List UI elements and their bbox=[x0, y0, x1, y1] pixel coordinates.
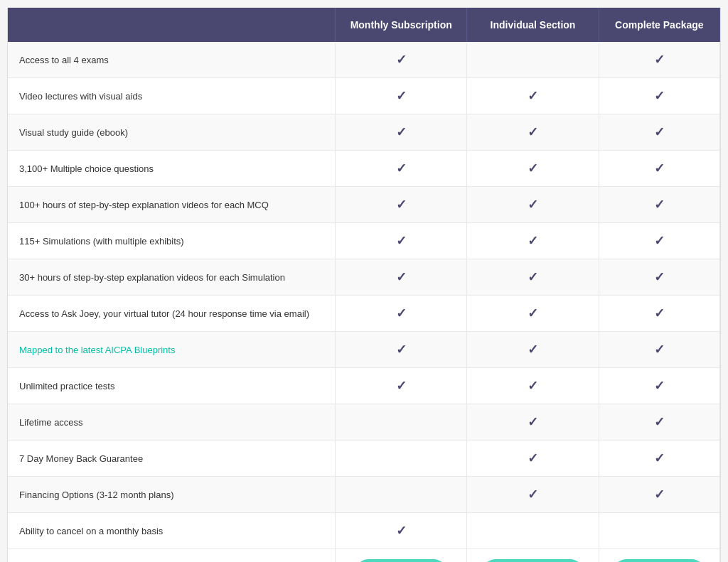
checkmark-icon: ✓ bbox=[396, 89, 407, 103]
individual-check: ✓ bbox=[467, 187, 599, 223]
monthly-buy-button[interactable]: BUY NOW bbox=[355, 559, 447, 562]
monthly-check: ✓ bbox=[336, 296, 467, 332]
complete-check bbox=[599, 513, 719, 549]
table-row: 30+ hours of step-by-step explanation vi… bbox=[8, 259, 720, 296]
complete-check: ✓ bbox=[599, 223, 719, 259]
checkmark-icon: ✓ bbox=[528, 89, 538, 103]
header-monthly-col: Monthly Subscription bbox=[336, 8, 467, 42]
header-row: Monthly Subscription Individual Section … bbox=[8, 8, 720, 42]
table-row: Mapped to the latest AICPA Blueprints✓✓✓ bbox=[8, 332, 720, 368]
feature-label: Lifetime access bbox=[8, 404, 336, 441]
checkmark-icon: ✓ bbox=[528, 415, 538, 429]
checkmark-icon: ✓ bbox=[528, 379, 538, 393]
feature-label: Visual study guide (ebook) bbox=[8, 114, 336, 151]
checkmark-icon: ✓ bbox=[396, 198, 407, 212]
monthly-check: ✓ bbox=[336, 42, 467, 78]
checkmark-icon: ✓ bbox=[654, 270, 665, 284]
complete-check: ✓ bbox=[599, 114, 719, 151]
feature-label: Mapped to the latest AICPA Blueprints bbox=[8, 332, 336, 368]
checkmark-icon: ✓ bbox=[396, 234, 407, 248]
feature-label: Financing Options (3-12 month plans) bbox=[8, 477, 336, 513]
feature-label: Access to Ask Joey, your virtual tutor (… bbox=[8, 296, 336, 332]
checkmark-icon: ✓ bbox=[528, 306, 538, 320]
comparison-table: Monthly Subscription Individual Section … bbox=[8, 8, 720, 562]
complete-check: ✓ bbox=[599, 404, 719, 441]
individual-check bbox=[467, 42, 599, 78]
individual-check: ✓ bbox=[467, 404, 599, 441]
monthly-check bbox=[336, 404, 467, 441]
complete-check: ✓ bbox=[599, 42, 719, 78]
individual-check: ✓ bbox=[467, 368, 599, 404]
comparison-table-wrapper: Monthly Subscription Individual Section … bbox=[7, 7, 721, 562]
table-row: Ability to cancel on a monthly basis✓ bbox=[8, 513, 720, 549]
individual-check: ✓ bbox=[467, 78, 599, 114]
checkmark-icon: ✓ bbox=[654, 125, 665, 139]
monthly-check: ✓ bbox=[336, 114, 467, 151]
footer-row: BUY NOWSELECT EXAMBUY NOW bbox=[8, 549, 720, 563]
feature-label: Ability to cancel on a monthly basis bbox=[8, 513, 336, 549]
checkmark-icon: ✓ bbox=[528, 342, 538, 357]
header-complete-col: Complete Package bbox=[599, 8, 719, 42]
checkmark-icon: ✓ bbox=[654, 415, 665, 429]
footer-monthly-btn-cell: BUY NOW bbox=[336, 549, 467, 563]
checkmark-icon: ✓ bbox=[396, 306, 407, 320]
checkmark-icon: ✓ bbox=[396, 270, 407, 284]
checkmark-icon: ✓ bbox=[396, 53, 407, 67]
complete-check: ✓ bbox=[599, 296, 719, 332]
checkmark-icon: ✓ bbox=[654, 451, 665, 465]
checkmark-icon: ✓ bbox=[654, 89, 665, 103]
complete-check: ✓ bbox=[599, 78, 719, 114]
checkmark-icon: ✓ bbox=[654, 487, 665, 502]
complete-check: ✓ bbox=[599, 259, 719, 296]
complete-check: ✓ bbox=[599, 151, 719, 187]
monthly-check: ✓ bbox=[336, 513, 467, 549]
checkmark-icon: ✓ bbox=[528, 270, 538, 284]
checkmark-icon: ✓ bbox=[654, 306, 665, 320]
complete-buy-button[interactable]: BUY NOW bbox=[613, 559, 705, 562]
checkmark-icon: ✓ bbox=[528, 234, 538, 248]
table-row: 115+ Simulations (with multiple exhibits… bbox=[8, 223, 720, 259]
complete-check: ✓ bbox=[599, 368, 719, 404]
table-row: Lifetime access✓✓ bbox=[8, 404, 720, 441]
individual-check bbox=[467, 513, 599, 549]
footer-individual-btn-cell: SELECT EXAM bbox=[467, 549, 599, 563]
table-row: Unlimited practice tests✓✓✓ bbox=[8, 368, 720, 404]
checkmark-icon: ✓ bbox=[654, 53, 665, 67]
table-row: Visual study guide (ebook)✓✓✓ bbox=[8, 114, 720, 151]
footer-empty bbox=[8, 549, 336, 563]
individual-check: ✓ bbox=[467, 223, 599, 259]
monthly-check: ✓ bbox=[336, 332, 467, 368]
individual-select-button[interactable]: SELECT EXAM bbox=[482, 559, 584, 562]
checkmark-icon: ✓ bbox=[396, 379, 407, 393]
feature-label: 30+ hours of step-by-step explanation vi… bbox=[8, 259, 336, 296]
header-individual-col: Individual Section bbox=[467, 8, 599, 42]
checkmark-icon: ✓ bbox=[654, 198, 665, 212]
table-row: Access to Ask Joey, your virtual tutor (… bbox=[8, 296, 720, 332]
monthly-check: ✓ bbox=[336, 259, 467, 296]
individual-check: ✓ bbox=[467, 259, 599, 296]
individual-check: ✓ bbox=[467, 151, 599, 187]
table-row: Access to all 4 exams✓✓ bbox=[8, 42, 720, 78]
complete-check: ✓ bbox=[599, 332, 719, 368]
checkmark-icon: ✓ bbox=[528, 487, 538, 502]
feature-label: Unlimited practice tests bbox=[8, 368, 336, 404]
header-feature-col bbox=[8, 8, 336, 42]
checkmark-icon: ✓ bbox=[396, 125, 407, 139]
monthly-check: ✓ bbox=[336, 368, 467, 404]
complete-check: ✓ bbox=[599, 441, 719, 477]
monthly-check: ✓ bbox=[336, 187, 467, 223]
table-row: 100+ hours of step-by-step explanation v… bbox=[8, 187, 720, 223]
individual-check: ✓ bbox=[467, 441, 599, 477]
feature-label: 115+ Simulations (with multiple exhibits… bbox=[8, 223, 336, 259]
checkmark-icon: ✓ bbox=[654, 234, 665, 248]
feature-label: 7 Day Money Back Guarantee bbox=[8, 441, 336, 477]
table-row: 7 Day Money Back Guarantee✓✓ bbox=[8, 441, 720, 477]
individual-check: ✓ bbox=[467, 477, 599, 513]
table-row: Video lectures with visual aids✓✓✓ bbox=[8, 78, 720, 114]
feature-label: Video lectures with visual aids bbox=[8, 78, 336, 114]
feature-label: 3,100+ Multiple choice questions bbox=[8, 151, 336, 187]
checkmark-icon: ✓ bbox=[528, 451, 538, 465]
checkmark-icon: ✓ bbox=[396, 524, 407, 538]
individual-check: ✓ bbox=[467, 114, 599, 151]
checkmark-icon: ✓ bbox=[654, 379, 665, 393]
